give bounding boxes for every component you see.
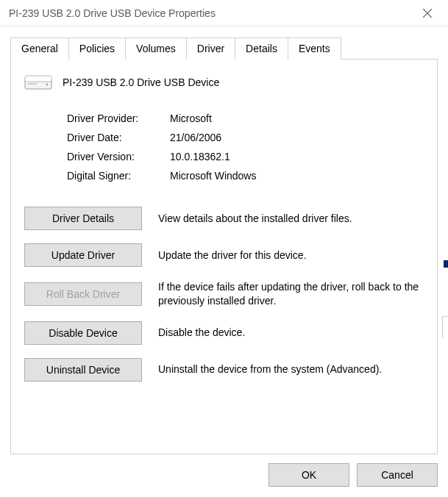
tab-volumes[interactable]: Volumes bbox=[125, 37, 187, 60]
tab-strip: General Policies Volumes Driver Details … bbox=[10, 37, 438, 59]
cancel-button[interactable]: Cancel bbox=[357, 463, 438, 487]
dialog-footer: OK Cancel bbox=[269, 463, 438, 487]
date-value: 21/06/2006 bbox=[170, 132, 424, 143]
driver-details-desc: View details about the installed driver … bbox=[158, 212, 424, 226]
tab-policies[interactable]: Policies bbox=[68, 37, 126, 60]
action-row-rollback: Roll Back Driver If the device fails aft… bbox=[24, 280, 424, 308]
action-row-update: Update Driver Update the driver for this… bbox=[24, 243, 424, 267]
ok-button[interactable]: OK bbox=[269, 463, 349, 487]
svg-point-2 bbox=[46, 84, 49, 86]
uninstall-device-desc: Uninstall the device from the system (Ad… bbox=[158, 362, 424, 376]
background-artifact bbox=[442, 316, 448, 338]
disk-drive-icon bbox=[24, 73, 52, 92]
uninstall-device-button[interactable]: Uninstall Device bbox=[24, 358, 142, 382]
window-title: PI-239 USB 2.0 Drive USB Device Properti… bbox=[9, 7, 216, 19]
svg-rect-3 bbox=[28, 83, 37, 85]
action-row-disable: Disable Device Disable the device. bbox=[24, 321, 424, 345]
tab-events[interactable]: Events bbox=[288, 37, 341, 60]
version-value: 10.0.18362.1 bbox=[170, 151, 424, 162]
update-driver-desc: Update the driver for this device. bbox=[158, 248, 424, 262]
driver-panel: PI-239 USB 2.0 Drive USB Device Driver P… bbox=[10, 59, 438, 454]
date-label: Driver Date: bbox=[67, 132, 170, 143]
disable-device-desc: Disable the device. bbox=[158, 326, 424, 340]
background-artifact bbox=[444, 260, 448, 268]
disable-device-button[interactable]: Disable Device bbox=[24, 321, 142, 345]
info-row-version: Driver Version: 10.0.18362.1 bbox=[67, 151, 424, 162]
titlebar: PI-239 USB 2.0 Drive USB Device Properti… bbox=[0, 0, 448, 26]
driver-details-button[interactable]: Driver Details bbox=[24, 207, 142, 230]
provider-label: Driver Provider: bbox=[67, 112, 170, 124]
update-driver-button[interactable]: Update Driver bbox=[24, 243, 142, 267]
version-label: Driver Version: bbox=[67, 151, 170, 162]
info-row-provider: Driver Provider: Microsoft bbox=[67, 112, 424, 124]
rollback-driver-button: Roll Back Driver bbox=[24, 282, 142, 306]
svg-rect-1 bbox=[25, 76, 51, 82]
close-icon bbox=[422, 8, 433, 18]
dialog-body: General Policies Volumes Driver Details … bbox=[0, 26, 448, 454]
driver-info-table: Driver Provider: Microsoft Driver Date: … bbox=[67, 112, 424, 182]
signer-value: Microsoft Windows bbox=[170, 170, 424, 182]
tab-general[interactable]: General bbox=[10, 37, 69, 60]
tab-driver[interactable]: Driver bbox=[186, 37, 235, 60]
action-row-details: Driver Details View details about the in… bbox=[24, 207, 424, 230]
device-name: PI-239 USB 2.0 Drive USB Device bbox=[63, 76, 219, 88]
close-button[interactable] bbox=[411, 3, 444, 24]
action-row-uninstall: Uninstall Device Uninstall the device fr… bbox=[24, 358, 424, 382]
provider-value: Microsoft bbox=[170, 112, 424, 124]
info-row-signer: Digital Signer: Microsoft Windows bbox=[67, 170, 424, 182]
rollback-driver-desc: If the device fails after updating the d… bbox=[158, 280, 424, 308]
info-row-date: Driver Date: 21/06/2006 bbox=[67, 132, 424, 143]
device-header: PI-239 USB 2.0 Drive USB Device bbox=[24, 73, 424, 92]
tab-details[interactable]: Details bbox=[235, 37, 288, 60]
signer-label: Digital Signer: bbox=[67, 170, 170, 182]
